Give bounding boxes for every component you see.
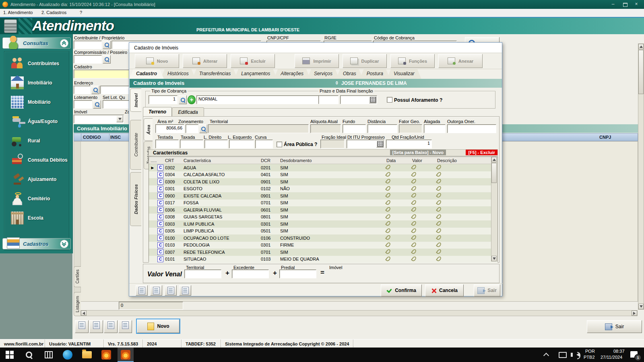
file-explorer-icon[interactable] (82, 351, 92, 358)
zoneamento-search-button[interactable] (199, 124, 207, 133)
table-row[interactable]: C 0101 SITUACAO 0103 MEIO DE QUADRA (149, 256, 497, 263)
valor-attachment-icon[interactable] (407, 193, 432, 199)
table-row[interactable]: C 0304 CALCADA ASFALTO 0401 SIM (149, 171, 497, 179)
tipo-descricao-field[interactable]: NORMAL (196, 95, 322, 104)
vv-excedente-field[interactable] (232, 269, 269, 278)
descricao-attachment-icon[interactable] (432, 193, 497, 199)
tab-terreno[interactable]: Terreno (143, 107, 172, 116)
table-row[interactable]: C 0100 OCUPACAO DO LOTE 0106 CONSTRUIDO (149, 234, 497, 242)
nav-last-button[interactable] (118, 320, 132, 333)
territorial-field[interactable] (208, 124, 309, 133)
descricao-attachment-icon[interactable] (432, 242, 497, 248)
sidebar-item-escola[interactable]: Escola (4, 208, 69, 228)
toolbar-excluir-button[interactable]: Excluir (231, 54, 275, 68)
novo-button[interactable]: Novo (137, 319, 180, 333)
data-attachment-icon[interactable] (382, 221, 407, 227)
dlg-nav-button-1[interactable] (136, 285, 148, 296)
valor-attachment-icon[interactable] (407, 214, 432, 220)
data-attachment-icon[interactable] (382, 228, 407, 234)
contribuinte-search-button[interactable] (103, 41, 111, 49)
dialog-tab-obras[interactable]: Obras (336, 69, 363, 79)
alagada-field[interactable] (424, 124, 446, 133)
valor-attachment-icon[interactable] (407, 221, 432, 227)
area-m2-field[interactable]: 8066,66 (155, 124, 184, 133)
valor-attachment-icon[interactable] (407, 249, 432, 255)
start-button-icon[interactable] (5, 350, 14, 360)
valor-attachment-icon[interactable] (407, 235, 432, 241)
aforamento-checkbox[interactable] (387, 97, 392, 103)
column-data[interactable]: Data (382, 158, 407, 163)
column-crt[interactable]: CRT (165, 158, 184, 163)
fundo-field[interactable] (343, 124, 366, 133)
outorga-field[interactable] (447, 124, 496, 133)
setlot-field[interactable] (103, 100, 131, 109)
nav-first-button[interactable] (75, 320, 89, 333)
table-row[interactable]: C 0309 COLETA DE LIXO 0901 SIM (149, 178, 497, 185)
dialog-tab-cadastro[interactable]: Cadastro (129, 69, 164, 79)
imovel-select[interactable] (74, 115, 124, 123)
sidebar-item-mobili-rio[interactable]: Mobiliário (4, 93, 69, 112)
tipo-add-button[interactable]: + (188, 95, 196, 104)
area-publica-checkbox[interactable] (277, 142, 282, 147)
sidebar-item-rural[interactable]: Rural (4, 131, 69, 150)
dlg-nav-button-3[interactable] (165, 285, 177, 296)
calendar-button[interactable] (376, 140, 384, 148)
tipo-search-button[interactable] (179, 95, 187, 104)
sidebar-group-consultas[interactable]: Consultas (2, 37, 71, 49)
data-attachment-icon[interactable] (382, 242, 407, 248)
valor-attachment-icon[interactable] (407, 179, 432, 185)
descricao-attachment-icon[interactable] (432, 186, 497, 192)
data-attachment-icon[interactable] (382, 249, 407, 255)
data-attachment-icon[interactable] (382, 193, 407, 199)
side-tab-dados-fisicos[interactable]: Dados Físicos (130, 172, 141, 226)
distancia-field[interactable] (367, 124, 397, 133)
dialog-tab-postura[interactable]: Postura (360, 69, 390, 79)
contribuinte-code-field[interactable] (74, 41, 102, 49)
side-tab-imovel[interactable]: Imóvel (130, 88, 141, 112)
data-final-isencao-field[interactable] (340, 95, 377, 104)
valor-attachment-icon[interactable] (407, 172, 432, 178)
toolbar-novo-button[interactable]: Novo (135, 54, 179, 68)
loteamento-field[interactable] (74, 100, 92, 109)
column-cnpj[interactable]: CNPJ (599, 135, 611, 140)
tray-time[interactable]: 08:37 (613, 349, 625, 354)
data-attachment-icon[interactable] (382, 200, 407, 206)
dlg-nav-button-2[interactable] (150, 285, 162, 296)
menu-item-help[interactable]: ? (80, 10, 82, 15)
valor-attachment-icon[interactable] (407, 228, 432, 234)
task-view-icon[interactable] (43, 350, 53, 360)
valor-attachment-icon[interactable] (407, 200, 432, 206)
dt-itu-field[interactable] (347, 140, 384, 148)
network-icon[interactable] (559, 352, 567, 358)
descricao-attachment-icon[interactable] (432, 221, 497, 227)
dlg-nav-button-4[interactable] (179, 285, 191, 296)
calendar-button[interactable] (369, 96, 376, 103)
toolbar-duplicar-button[interactable]: Duplicar (343, 54, 387, 68)
descricao-attachment-icon[interactable] (432, 249, 497, 255)
descricao-attachment-icon[interactable] (432, 228, 497, 234)
testada-field[interactable] (155, 140, 179, 148)
l-esquerdo-field[interactable] (229, 140, 254, 148)
dialog-titlebar[interactable]: Cadastro de Imóveis (129, 43, 502, 53)
horizontal-scrollbar[interactable] (80, 310, 638, 316)
sidebar-item-imobili-rio[interactable]: Imobiliário (4, 73, 69, 93)
endereco-code-field[interactable] (74, 86, 91, 94)
tab-cartoes[interactable]: Cartões (74, 266, 81, 287)
scroll-right-button[interactable] (632, 311, 637, 316)
scroll-up-button[interactable] (638, 44, 644, 49)
fator-geo-field[interactable] (399, 124, 422, 133)
dialog-tab-alterações[interactable]: Alterações (274, 69, 310, 79)
minimize-button[interactable]: – (608, 1, 618, 8)
table-row[interactable]: C 0301 ESGOTO 0102 NÃO (149, 185, 497, 193)
table-row[interactable]: C 0317 FOSSA 0701 SIM (149, 200, 497, 207)
column-dots[interactable]: ..... (149, 158, 165, 163)
curva-field[interactable] (255, 140, 273, 148)
confirma-button[interactable]: Confirma (381, 284, 422, 296)
valor-attachment-icon[interactable] (407, 256, 432, 262)
descricao-attachment-icon[interactable] (432, 172, 497, 178)
speaker-icon[interactable] (576, 353, 580, 357)
table-row[interactable]: C 0307 REDE TELEFONICA 0701 SIM (149, 249, 497, 256)
dialog-tab-lançamentos[interactable]: Lançamentos (234, 69, 277, 79)
nav-next-button[interactable] (104, 320, 118, 333)
valor-attachment-icon[interactable] (407, 242, 432, 248)
